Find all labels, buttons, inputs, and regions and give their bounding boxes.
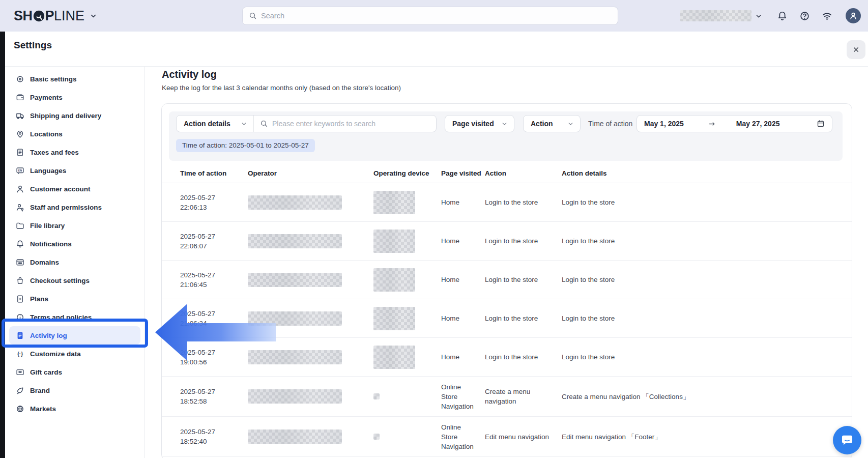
- col-action-details: Action details: [562, 169, 842, 177]
- person-icon: [16, 185, 24, 193]
- table-row: 2025-05-2721:06:34HomeLogin to the store…: [162, 299, 852, 338]
- action-dropdown-label: Action: [531, 120, 553, 128]
- account-name-redacted[interactable]: [680, 10, 751, 21]
- sidebar-item-markets[interactable]: Markets: [9, 399, 140, 418]
- gear-icon: [16, 75, 24, 83]
- row-date: 2025-05-27: [180, 387, 241, 396]
- table-row: 2025-05-2719:00:56HomeLogin to the store…: [162, 338, 852, 377]
- sidebar-item-label: Customer account: [30, 185, 91, 193]
- page-visited-dropdown[interactable]: Page visited: [445, 115, 514, 132]
- page-subtitle: Keep the log for the last 3 calendar mon…: [162, 84, 401, 92]
- bag-icon: [16, 276, 24, 285]
- operator-redacted: [248, 389, 342, 404]
- sidebar-item-gift-cards[interactable]: Gift cards: [9, 363, 140, 381]
- gift-card-icon: [16, 368, 24, 377]
- account-chevron-down-icon[interactable]: [755, 13, 762, 20]
- sidebar-item-terms-and-policies[interactable]: Terms and policies: [9, 308, 140, 326]
- keyword-search[interactable]: [254, 120, 436, 128]
- row-date: 2025-05-27: [180, 427, 241, 437]
- keyword-filter: Action details: [176, 115, 437, 132]
- chevron-down-icon: [501, 121, 508, 127]
- sidebar-item-label: Plans: [30, 295, 48, 303]
- sidebar-item-plans[interactable]: Plans: [9, 290, 140, 308]
- date-range-picker[interactable]: May 1, 2025 May 27, 2025: [636, 115, 832, 132]
- sidebar-item-label: Staff and permissions: [30, 204, 102, 211]
- operating-device-redacted: [373, 268, 415, 292]
- sidebar-item-checkout-settings[interactable]: Checkout settings: [9, 271, 140, 290]
- close-button[interactable]: [847, 40, 865, 59]
- sidebar-item-shipping-and-delivery[interactable]: Shipping and delivery: [9, 106, 140, 125]
- cell-page-visited: Home: [441, 313, 485, 323]
- global-search-input[interactable]: [261, 12, 612, 20]
- sidebar-item-label: File library: [30, 222, 65, 230]
- sidebar-item-file-library[interactable]: File library: [9, 216, 140, 235]
- settings-sidebar: Basic settingsPaymentsShipping and deliv…: [5, 67, 145, 458]
- cell-operator: [248, 430, 373, 444]
- chevron-down-icon: [567, 121, 574, 127]
- cell-action: Login to the store: [485, 197, 562, 207]
- sidebar-item-taxes-and-fees[interactable]: Taxes and fees: [9, 143, 140, 161]
- sidebar-item-payments[interactable]: Payments: [9, 88, 140, 106]
- svg-text:EN: EN: [18, 168, 22, 171]
- sidebar-item-label: Markets: [30, 405, 56, 413]
- wallet-icon: [16, 93, 24, 102]
- cell-operator: [248, 195, 373, 210]
- search-icon: [249, 12, 257, 20]
- sidebar-item-staff-and-permissions[interactable]: Staff and permissions: [9, 198, 140, 216]
- user-avatar[interactable]: [846, 8, 861, 23]
- operator-redacted: [248, 350, 342, 364]
- field-dropdown-label: Action details: [184, 120, 230, 128]
- background-edge: [0, 32, 5, 458]
- globe-icon: [16, 405, 24, 413]
- cell-action-details: Login to the store: [562, 352, 842, 362]
- sidebar-item-languages[interactable]: ENLanguages: [9, 161, 140, 180]
- row-time: 21:06:34: [180, 319, 241, 328]
- page-visited-label: Page visited: [452, 120, 494, 128]
- row-time: 18:52:58: [180, 396, 241, 406]
- cell-page-visited: Home: [441, 275, 485, 284]
- keyword-search-input[interactable]: [272, 120, 430, 128]
- cell-action: Login to the store: [485, 236, 562, 246]
- col-page-visited: Page visited: [441, 169, 485, 177]
- chat-support-button[interactable]: [833, 426, 861, 454]
- cell-operator: [248, 234, 373, 248]
- cell-action: Login to the store: [485, 313, 562, 323]
- network-wifi-icon[interactable]: [821, 10, 833, 22]
- page-title: Activity log: [162, 69, 217, 80]
- sidebar-item-customize-data[interactable]: {·}Customize data: [9, 345, 140, 363]
- global-search[interactable]: [242, 7, 618, 25]
- cell-operating-device: [373, 434, 441, 440]
- topbar: SHPLINE: [0, 0, 868, 32]
- col-operating-device: Operating device: [373, 169, 441, 177]
- notifications-bell-icon[interactable]: [776, 10, 788, 22]
- shopline-logo[interactable]: SHPLINE: [14, 0, 97, 32]
- sidebar-item-notifications[interactable]: Notifications: [9, 235, 140, 253]
- sidebar-item-basic-settings[interactable]: Basic settings: [9, 70, 140, 88]
- close-icon: [852, 46, 860, 53]
- cell-operator: [248, 389, 373, 404]
- sidebar-item-customer-account[interactable]: Customer account: [9, 180, 140, 198]
- sidebar-item-domains[interactable]: Domains: [9, 253, 140, 271]
- sidebar-item-locations[interactable]: Locations: [9, 125, 140, 143]
- search-icon: [260, 120, 268, 128]
- person-key-icon: [16, 203, 24, 212]
- row-time: 19:00:56: [180, 357, 241, 367]
- row-time: 22:06:13: [180, 203, 241, 212]
- cell-operating-device: [373, 230, 441, 253]
- cell-time-of-action: 2025-05-2719:00:56: [180, 348, 248, 367]
- action-dropdown[interactable]: Action: [523, 115, 581, 132]
- cell-action: Create a menu navigation: [485, 387, 562, 406]
- cell-time-of-action: 2025-05-2718:52:58: [180, 387, 248, 406]
- field-dropdown[interactable]: Action details: [177, 116, 254, 132]
- help-icon[interactable]: [798, 10, 811, 22]
- table-row: 2025-05-2722:06:13HomeLogin to the store…: [162, 183, 852, 222]
- sidebar-item-label: Notifications: [30, 240, 72, 248]
- logo-text-right: LINE: [54, 8, 84, 24]
- sidebar-item-brand[interactable]: Brand: [9, 381, 140, 399]
- operating-device-redacted: [373, 346, 415, 369]
- doc-lines-icon: [16, 331, 24, 340]
- sidebar-item-activity-log[interactable]: Activity log: [9, 326, 140, 345]
- brand-icon: [16, 386, 24, 395]
- cell-page-visited: Online Store Navigation: [441, 422, 485, 451]
- doc-plus-icon: [16, 295, 24, 303]
